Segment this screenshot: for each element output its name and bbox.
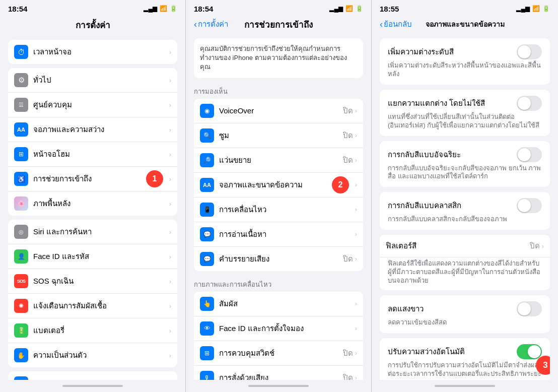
chevron-battery: › <box>169 327 171 335</box>
chevron-display-size: › <box>355 181 357 188</box>
list-item-color-filter[interactable]: ฟิลเตอร์สี ปิด › <box>380 235 550 257</box>
wifi-icon-2: 📶 <box>345 5 353 12</box>
panel3-title: จอภาพและขนาดข้อความ <box>426 19 505 30</box>
list-item-switch-control[interactable]: ⊞ การควบคุมสวิตช์ ปิด › <box>194 341 363 366</box>
sos-label: SOS ฉุกเฉิน <box>33 275 169 287</box>
invert-smart-toggle[interactable] <box>517 147 542 162</box>
setting-invert-smart: การกลับสีแบบอัจฉริยะ การกลับสีแบบอัจฉริย… <box>380 141 550 187</box>
exposure-icon: ✺ <box>14 299 28 313</box>
list-item-wallpaper[interactable]: 🌸 ภาพพื้นหลัง › <box>8 191 177 216</box>
display-size-scroll[interactable]: เพิ่มความต่างระดับสี เพิ่มความต่างระดับส… <box>372 34 558 380</box>
chevron-reading: › <box>355 230 357 238</box>
back-label-2: การตั้งค่า <box>198 18 228 30</box>
reduce-white-card: ลดแสงขาว ลดความเข้มของสีสด <box>380 295 550 333</box>
list-item-display[interactable]: AA จอภาพและความสว่าง › <box>8 117 177 142</box>
list-item-accessibility[interactable]: ♿ การช่วยการเข้าถึง › 1 <box>8 167 177 191</box>
privacy-icon: ✋ <box>14 348 28 362</box>
reduce-white-content: ลดแสงขาว ลดความเข้มของสีสด <box>388 301 542 327</box>
list-item-display-size[interactable]: AA จอภาพและขนาดข้อความ › 2 <box>194 173 363 198</box>
zoom-value: ปิด <box>343 129 353 142</box>
vision-list: ◉ VoiceOver ปิด › 🔍 ซูม ปิด › 🔎 แว่นขยาย… <box>194 99 363 271</box>
settings-scroll[interactable]: ⏱ เวลาหน้าจอ › ⚙ ทั่วไป › ☰ ศูนย์ควบคุม … <box>0 36 185 380</box>
list-item-battery[interactable]: 🔋 แบตเตอรี่ › <box>8 318 177 343</box>
screen-time-card: ⏱ เวลาหน้าจอ › <box>8 40 177 64</box>
accessibility-icon: ♿ <box>14 172 28 186</box>
chevron-privacy: › <box>169 352 171 359</box>
status-icons-1: ▂▄▆ 📶 🔋 <box>144 5 177 12</box>
back-button-2[interactable]: ‹ การตั้งค่า <box>194 18 228 30</box>
voice-control-value: ปิด <box>343 372 353 380</box>
list-item-control[interactable]: ☰ ศูนย์ควบคุม › <box>8 93 177 117</box>
chevron-faceid: › <box>169 253 171 260</box>
reduce-white-desc: ลดความเข้มของสีสด <box>388 318 542 327</box>
list-item-screen-time[interactable]: ⏱ เวลาหน้าจอ › <box>8 40 177 64</box>
back-label-3: ย้อนกลับ <box>384 18 412 30</box>
time-1: 18:54 <box>8 5 27 13</box>
list-item-faceid[interactable]: 👤 Face ID และรหัส › <box>8 244 177 269</box>
chevron-wallpaper: › <box>169 200 171 208</box>
list-item-homescreen[interactable]: ⊞ หน้าจอโฮม › <box>8 142 177 167</box>
differentiate-toggle[interactable] <box>517 96 542 111</box>
list-item-voice-control[interactable]: 🎙 การสั่งด้วยเสียง ปิด › <box>194 366 363 380</box>
list-item-voiceover[interactable]: ◉ VoiceOver ปิด › <box>194 99 363 123</box>
zoom-label: ซูม <box>219 129 343 142</box>
chevron-exposure: › <box>169 302 171 310</box>
invert-classic-desc: การกลับสีแบบคลาสสิกจะกลับสีของจอภาพ <box>388 215 542 224</box>
reduce-contrast-toggle[interactable] <box>517 44 542 59</box>
list-item-general[interactable]: ⚙ ทั่วไป › <box>8 68 177 93</box>
chevron-accessibility: › <box>169 175 171 183</box>
list-item-motion[interactable]: 📱 การเคลื่อนไหว › <box>194 198 363 222</box>
list-item-magnifier[interactable]: 🔎 แว่นขยาย ปิด › <box>194 148 363 173</box>
battery-icon-menu: 🔋 <box>14 323 28 338</box>
chevron-voice: › <box>355 374 357 380</box>
exposure-label: แจ้งเตือนการสัมผัสเชื้อ <box>33 300 169 312</box>
differentiate-desc: แทนที่ซึ่งส่วนที่ใช้เปลี่ยนสีเท่านั้นในส… <box>388 113 542 130</box>
control-label: ศูนย์ควบคุม <box>33 99 169 111</box>
touch-label: สัมผัส <box>219 298 355 310</box>
invert-classic-card: การกลับสีแบบคลาสสิก การกลับสีแบบคลาสสิกจ… <box>380 192 550 230</box>
auto-brightness-toggle[interactable] <box>517 344 542 359</box>
status-bar-2: 18:54 ▂▄▆ 📶 🔋 <box>186 0 371 16</box>
invert-smart-card: การกลับสีแบบอัจฉริยะ การกลับสีแบบอัจฉริย… <box>380 141 550 187</box>
list-item-privacy[interactable]: ✋ ความเป็นส่วนตัว › <box>8 343 177 367</box>
reduce-white-toggle[interactable] <box>517 301 542 316</box>
list-item-appstore[interactable]: A App Store › <box>8 371 177 380</box>
audiodesc-value: ปิด <box>343 253 353 265</box>
invert-classic-toggle[interactable] <box>517 198 542 213</box>
chevron-switch: › <box>355 349 357 357</box>
auto-brightness-label: ปรับความสว่างอัตโนมัติ <box>388 346 465 358</box>
accessibility-scroll[interactable]: คุณสมบัติการช่วยการเข้าถึงช่วยให้คุณกำหน… <box>186 34 371 380</box>
chevron-motion: › <box>355 206 357 213</box>
audiodesc-icon: 💬 <box>200 252 214 266</box>
chevron-magnifier: › <box>355 156 357 164</box>
screen-time-label: เวลาหน้าจอ <box>33 46 169 58</box>
chevron-homescreen: › <box>169 151 171 158</box>
chevron-color-filter: › <box>542 242 544 250</box>
voiceover-label: VoiceOver <box>219 106 343 115</box>
chevron-faceid2: › <box>355 324 357 332</box>
switch-icon: ⊞ <box>200 346 214 360</box>
list-item-reading[interactable]: 💬 การอ่านเนื้อหา › <box>194 222 363 247</box>
siri-label: Siri และการค้นหา <box>33 226 169 238</box>
list-item-siri[interactable]: ◎ Siri และการค้นหา › <box>8 220 177 244</box>
list-item-faceid2[interactable]: 👁 Face ID และการตั้งใจมอง › <box>194 316 363 341</box>
reading-label: การอ่านเนื้อหา <box>219 228 355 240</box>
back-button-3[interactable]: ‹ ย้อนกลับ <box>380 18 412 30</box>
list-item-sos[interactable]: SOS SOS ฉุกเฉิน › <box>8 269 177 294</box>
setting-reduce-white: ลดแสงขาว ลดความเข้มของสีสด <box>380 295 550 333</box>
list-item-audiodesc[interactable]: 💬 คำบรรยายเสียง ปิด › <box>194 247 363 271</box>
display-label: จอภาพและความสว่าง <box>33 123 169 136</box>
list-item-zoom[interactable]: 🔍 ซูม ปิด › <box>194 123 363 148</box>
status-bar-1: 18:54 ▂▄▆ 📶 🔋 <box>0 0 185 16</box>
touch-icon: 👆 <box>200 297 214 311</box>
magnifier-value: ปิด <box>343 154 353 166</box>
invert-classic-title-row: การกลับสีแบบคลาสสิก <box>388 198 542 213</box>
chevron-zoom: › <box>355 132 357 139</box>
invert-smart-label: การกลับสีแบบอัจฉริยะ <box>388 149 461 161</box>
list-item-exposure[interactable]: ✺ แจ้งเตือนการสัมผัสเชื้อ › <box>8 294 177 318</box>
list-item-touch[interactable]: 👆 สัมผัส › <box>194 292 363 316</box>
status-icons-3: ▂▄▆ 📶 🔋 <box>516 5 550 12</box>
time-3: 18:55 <box>380 5 399 13</box>
invert-classic-content: การกลับสีแบบคลาสสิก การกลับสีแบบคลาสสิกจ… <box>388 198 542 224</box>
reduce-white-label: ลดแสงขาว <box>388 303 424 315</box>
